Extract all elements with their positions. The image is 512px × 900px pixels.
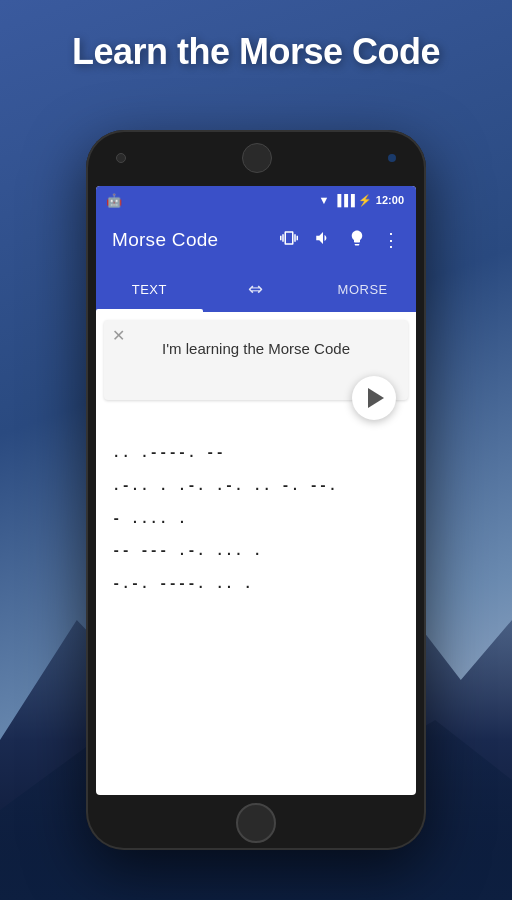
morse-line-3: - .... . (112, 504, 400, 535)
play-button[interactable] (352, 376, 396, 420)
input-card: ✕ I'm learning the Morse Code (104, 320, 408, 400)
proximity-sensor (388, 154, 396, 162)
app-bar: Morse Code ⋮ (96, 214, 416, 266)
phone-top-bezel (86, 130, 426, 186)
status-bar: 🤖 ▼ ▐▐▐ ⚡ 12:00 (96, 186, 416, 214)
earpiece-speaker (242, 143, 272, 173)
home-button[interactable] (236, 803, 276, 843)
tab-bar: Text ⇔ Morse (96, 266, 416, 312)
phone-screen: 🤖 ▼ ▐▐▐ ⚡ 12:00 Morse Code (96, 186, 416, 795)
wifi-icon: ▼ (319, 194, 330, 206)
convert-arrow-icon: ⇔ (248, 278, 264, 300)
morse-line-4: -- --- .-. ... . (112, 536, 400, 567)
app-title: Morse Code (112, 229, 219, 251)
vibrate-icon[interactable] (280, 229, 298, 252)
input-text[interactable]: I'm learning the Morse Code (116, 338, 396, 359)
tab-morse[interactable]: Morse (309, 266, 416, 312)
app-actions: ⋮ (280, 229, 400, 252)
phone-device: 🤖 ▼ ▐▐▐ ⚡ 12:00 Morse Code (86, 130, 426, 850)
battery-icon: ⚡ (358, 194, 372, 207)
tab-convert[interactable]: ⇔ (203, 266, 310, 312)
clock: 12:00 (376, 194, 404, 206)
close-button[interactable]: ✕ (112, 328, 125, 344)
tab-text[interactable]: Text (96, 266, 203, 312)
front-camera (116, 153, 126, 163)
morse-line-2: .-.. . .-. .-. .. -. --. (112, 471, 400, 502)
morse-line-5: -.-. ----. .. . (112, 569, 400, 600)
bulb-icon[interactable] (348, 229, 366, 252)
more-icon[interactable]: ⋮ (382, 229, 400, 251)
android-icon: 🤖 (106, 193, 122, 208)
phone-bottom-bezel (86, 795, 426, 850)
signal-icon: ▐▐▐ (333, 194, 353, 206)
volume-icon[interactable] (314, 229, 332, 252)
morse-output: .. .----. -- .-.. . .-. .-. .. -. --. - … (96, 430, 416, 610)
morse-line-1: .. .----. -- (112, 438, 400, 469)
status-left: 🤖 (106, 193, 122, 208)
play-icon (368, 388, 384, 408)
status-right: ▼ ▐▐▐ ⚡ 12:00 (319, 194, 404, 207)
page-title: Learn the Morse Code (0, 30, 512, 73)
